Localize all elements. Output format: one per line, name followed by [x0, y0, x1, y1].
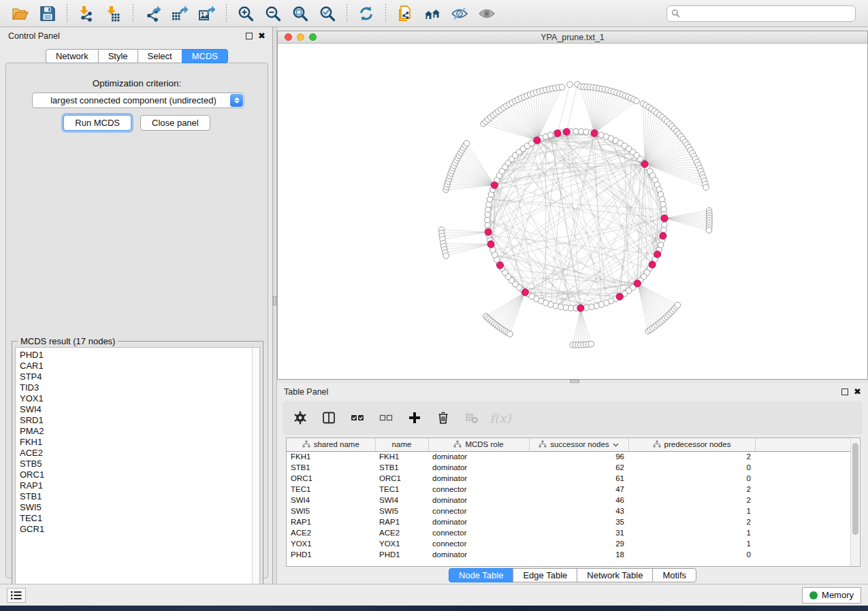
- tab-select[interactable]: Select: [138, 49, 182, 63]
- zoom-fit-icon[interactable]: [287, 3, 314, 24]
- tab-network-table[interactable]: Network Table: [577, 568, 653, 582]
- result-list-scrollbar[interactable]: [252, 348, 259, 590]
- table-row[interactable]: SWI4SWI4dominator462: [287, 495, 852, 506]
- export-network-icon[interactable]: [139, 3, 166, 24]
- table-cell[interactable]: RAP1: [375, 516, 428, 527]
- result-node-item[interactable]: ACE2: [20, 448, 259, 459]
- table-cell[interactable]: connector: [428, 538, 529, 549]
- table-cell[interactable]: RAP1: [287, 516, 375, 527]
- table-cell[interactable]: FKH1: [287, 451, 375, 462]
- table-cell[interactable]: 18: [529, 549, 628, 560]
- table-cell[interactable]: TEC1: [375, 484, 428, 495]
- result-node-item[interactable]: GCR1: [20, 524, 259, 535]
- table-cell[interactable]: 0: [628, 549, 755, 560]
- table-cell[interactable]: 0: [628, 473, 755, 484]
- table-cell[interactable]: FKH1: [375, 451, 428, 462]
- tab-style[interactable]: Style: [98, 49, 138, 63]
- tab-edge-table[interactable]: Edge Table: [513, 568, 577, 582]
- column-header-predecessor-nodes[interactable]: predecessor nodes: [628, 438, 755, 451]
- table-cell[interactable]: dominator: [428, 451, 529, 462]
- column-header-shared-name[interactable]: shared name: [287, 438, 375, 451]
- column-header-successor-nodes[interactable]: successor nodes: [529, 438, 628, 451]
- result-node-item[interactable]: SWI5: [20, 502, 259, 513]
- sort-chevron-icon[interactable]: [613, 440, 619, 448]
- table-cell[interactable]: 1: [628, 527, 755, 538]
- close-panel-button[interactable]: Close panel: [140, 115, 210, 131]
- table-cell[interactable]: ORC1: [287, 473, 375, 484]
- table-cell[interactable]: 2: [628, 495, 755, 506]
- result-node-item[interactable]: FKH1: [20, 437, 259, 448]
- zoom-in-icon[interactable]: [232, 3, 259, 24]
- table-row[interactable]: SWI5SWI5connector431: [287, 506, 852, 516]
- table-cell[interactable]: dominator: [428, 473, 529, 484]
- result-node-item[interactable]: PMA2: [20, 426, 259, 437]
- tab-node-table[interactable]: Node Table: [449, 568, 514, 582]
- result-node-item[interactable]: ORC1: [20, 469, 259, 480]
- open-session-icon[interactable]: [7, 3, 34, 24]
- hide-selected-icon[interactable]: [446, 3, 473, 24]
- table-cell[interactable]: PHD1: [287, 549, 375, 560]
- add-column-icon[interactable]: [406, 410, 423, 426]
- result-node-item[interactable]: RAP1: [20, 480, 259, 491]
- table-cell[interactable]: TEC1: [287, 484, 375, 495]
- table-row[interactable]: STB1STB1dominator620: [287, 462, 852, 473]
- table-cell[interactable]: 29: [529, 538, 628, 549]
- table-cell[interactable]: connector: [428, 506, 529, 516]
- table-cell[interactable]: 1: [628, 538, 755, 549]
- table-cell[interactable]: 43: [529, 506, 628, 516]
- mcds-result-list[interactable]: PHD1CAR1STP4TID3YOX1SWI4SRD1PMA2FKH1ACE2…: [15, 347, 260, 591]
- table-cell[interactable]: connector: [428, 484, 529, 495]
- close-panel-icon[interactable]: ✖: [854, 389, 861, 395]
- table-cell[interactable]: dominator: [428, 549, 529, 560]
- table-cell[interactable]: PHD1: [375, 549, 428, 560]
- table-cell[interactable]: YOX1: [287, 538, 375, 549]
- criterion-dropdown[interactable]: largest connected component (undirected): [32, 93, 244, 108]
- column-header-name[interactable]: name: [375, 438, 428, 451]
- run-mcds-button[interactable]: Run MCDS: [63, 115, 131, 131]
- float-panel-icon[interactable]: [841, 389, 848, 395]
- network-canvas[interactable]: [278, 44, 867, 379]
- table-row[interactable]: ACE2ACE2connector311: [287, 527, 852, 538]
- table-cell[interactable]: 35: [529, 516, 628, 527]
- select-all-icon[interactable]: [349, 410, 366, 426]
- result-node-item[interactable]: STB5: [20, 459, 259, 469]
- table-row[interactable]: PHD1PHD1dominator180: [287, 549, 852, 560]
- table-row[interactable]: TEC1TEC1connector472: [287, 484, 852, 495]
- table-cell[interactable]: SWI5: [375, 506, 428, 516]
- table-row[interactable]: RAP1RAP1dominator352: [287, 516, 852, 527]
- zoom-selected-icon[interactable]: [314, 3, 341, 24]
- show-columns-icon[interactable]: [321, 410, 337, 426]
- table-row[interactable]: FKH1FKH1dominator962: [287, 451, 852, 462]
- deselect-all-icon[interactable]: [378, 410, 394, 426]
- table-cell[interactable]: connector: [428, 527, 529, 538]
- table-cell[interactable]: SWI4: [375, 495, 428, 506]
- tab-motifs[interactable]: Motifs: [652, 568, 696, 582]
- network-nodes[interactable]: [438, 82, 712, 348]
- table-cell[interactable]: 2: [628, 451, 755, 462]
- table-scrollbar-thumb[interactable]: [852, 443, 858, 535]
- result-node-item[interactable]: YOX1: [20, 393, 259, 404]
- splitter-grip[interactable]: [273, 296, 276, 306]
- result-node-item[interactable]: STP4: [20, 371, 259, 382]
- vertical-splitter[interactable]: [272, 27, 277, 584]
- result-node-item[interactable]: SWI4: [20, 404, 259, 415]
- result-node-item[interactable]: STB1: [20, 491, 259, 502]
- close-panel-icon[interactable]: ✖: [258, 33, 266, 39]
- refresh-layout-icon[interactable]: [353, 3, 380, 24]
- duplicate-network-icon[interactable]: [391, 3, 419, 24]
- search-input[interactable]: [683, 7, 851, 20]
- result-node-item[interactable]: TID3: [20, 382, 259, 393]
- log-console-button[interactable]: [7, 588, 26, 603]
- tab-network[interactable]: Network: [46, 49, 99, 63]
- table-cell[interactable]: STB1: [375, 462, 428, 473]
- import-network-icon[interactable]: [73, 3, 100, 24]
- export-image-icon[interactable]: [193, 3, 221, 24]
- table-cell[interactable]: 47: [529, 484, 628, 495]
- tab-mcds[interactable]: MCDS: [182, 49, 228, 63]
- table-cell[interactable]: 46: [529, 495, 628, 506]
- float-panel-icon[interactable]: [246, 33, 253, 39]
- search-box[interactable]: [666, 5, 856, 22]
- table-cell[interactable]: dominator: [428, 516, 529, 527]
- result-node-item[interactable]: TEC1: [20, 513, 259, 524]
- table-cell[interactable]: ORC1: [375, 473, 428, 484]
